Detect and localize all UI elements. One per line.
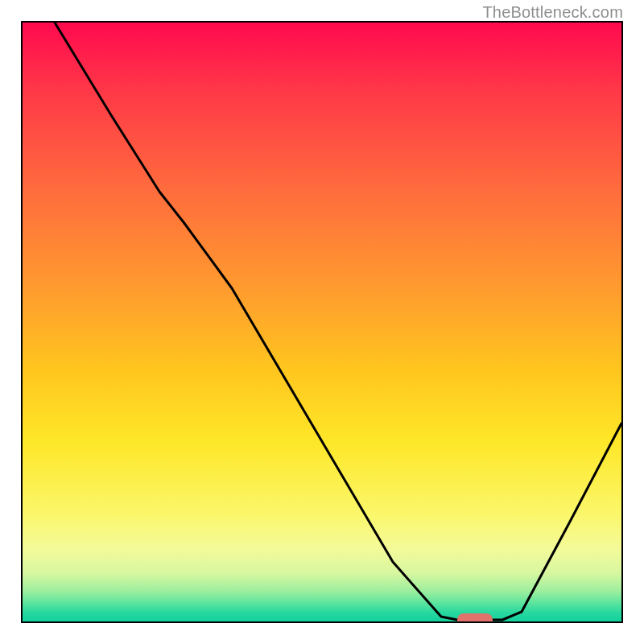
watermark-text: TheBottleneck.com (482, 3, 623, 22)
chart-background-gradient (23, 23, 621, 621)
chart-frame (21, 21, 623, 623)
optimal-point-marker (457, 613, 493, 623)
